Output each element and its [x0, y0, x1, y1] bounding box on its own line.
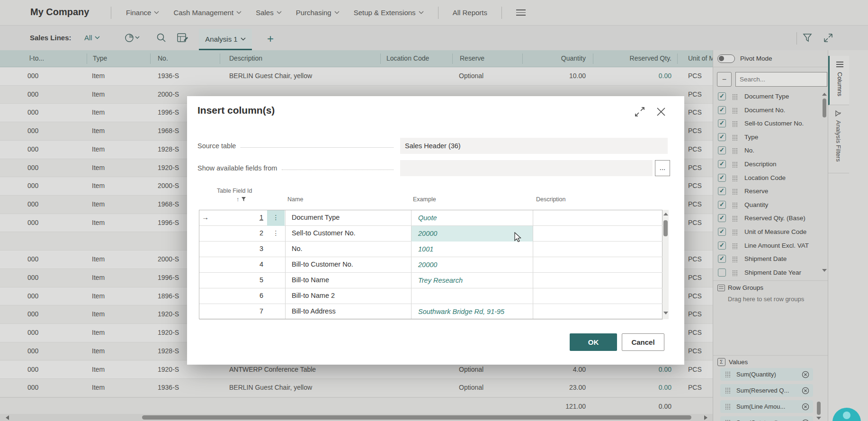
col-header-description[interactable]: Description [536, 196, 566, 203]
filter-icon [241, 197, 246, 202]
col-header-table-field-id[interactable]: Table Field Id [217, 188, 252, 194]
dialog-title: Insert column(s) [197, 105, 275, 116]
field-row[interactable]: 2⋮Sell-to Customer No.20000 [199, 226, 663, 242]
mouse-cursor [514, 232, 524, 243]
field-row[interactable]: 7Bill-to AddressSouthwark Bridge Rd, 91-… [199, 304, 663, 320]
field-name: Document Type [292, 214, 340, 221]
field-row[interactable]: 5Bill-to NameTrey Research [199, 273, 663, 288]
dotted-leader [241, 142, 394, 148]
kebab-icon[interactable]: ⋮ [267, 226, 285, 242]
field-id: 1 [218, 214, 263, 221]
field-id: 7 [218, 307, 263, 315]
source-table-field[interactable]: Sales Header (36) [400, 138, 668, 154]
grid-scrollbar-thumb[interactable] [663, 220, 668, 236]
field-name: Bill-to Name 2 [292, 292, 335, 299]
field-id: 3 [218, 245, 263, 252]
field-name: Sell-to Customer No. [292, 229, 356, 237]
field-id: 2 [218, 229, 263, 237]
dotted-leader [282, 164, 394, 170]
fields-grid-scrollbar[interactable] [662, 210, 669, 319]
fields-grid: →1⋮Document TypeQuote2⋮Sell-to Customer … [199, 210, 662, 319]
ok-button[interactable]: OK [570, 333, 617, 351]
sort-filter-indicator: ↑ [236, 196, 246, 203]
field-id: 5 [218, 276, 263, 284]
insert-columns-dialog: Insert column(s) Source table Sales Head… [187, 96, 684, 365]
field-example: 1001 [412, 242, 533, 257]
field-example [412, 288, 533, 304]
close-icon[interactable] [656, 107, 666, 117]
fields-from-field[interactable] [400, 160, 653, 176]
col-header-name[interactable]: Name [287, 196, 303, 203]
expand-dialog-icon[interactable] [635, 107, 645, 117]
field-id: 6 [218, 292, 263, 299]
field-example: 20000 [412, 257, 533, 273]
field-example: Trey Research [412, 273, 533, 288]
active-row-arrow-icon: → [202, 213, 209, 221]
field-row[interactable]: 3No.1001 [199, 242, 663, 257]
grid-scroll-down[interactable] [663, 312, 668, 314]
field-id: 4 [218, 260, 263, 268]
cancel-button[interactable]: Cancel [622, 333, 664, 351]
field-name: Bill-to Name [292, 276, 329, 284]
app-window: My Company FinanceCash ManagementSalesPu… [0, 0, 868, 421]
field-name: No. [292, 245, 303, 252]
fields-from-label: Show available fields from [197, 164, 277, 172]
field-example: Quote [412, 210, 533, 226]
assist-edit-button[interactable]: ... [655, 160, 670, 176]
col-header-example[interactable]: Example [413, 196, 436, 203]
field-row[interactable]: 4Bill-to Customer No.20000 [199, 257, 663, 273]
kebab-icon[interactable]: ⋮ [267, 210, 285, 226]
sort-ascending-icon: ↑ [236, 196, 239, 203]
source-table-label: Source table [197, 142, 236, 150]
grid-scroll-up[interactable] [663, 213, 668, 215]
field-row[interactable]: 6Bill-to Name 2 [199, 288, 663, 304]
field-name: Bill-to Address [292, 307, 336, 315]
field-row[interactable]: →1⋮Document TypeQuote [199, 210, 663, 226]
field-example: Southwark Bridge Rd, 91-95 [412, 304, 533, 320]
field-name: Bill-to Customer No. [292, 260, 353, 268]
